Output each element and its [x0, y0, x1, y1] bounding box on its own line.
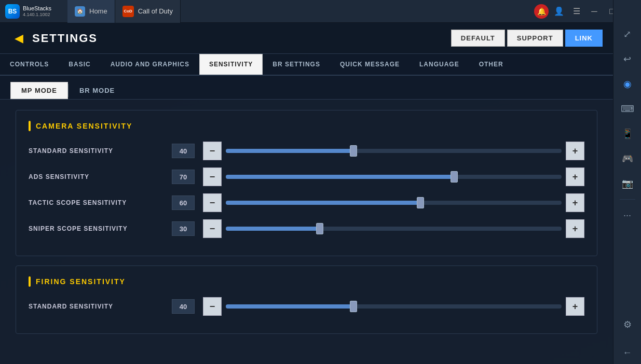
firing-sensitivity-section: FIRING SENSITIVITY STANDARD SENSITIVITY …: [16, 265, 597, 334]
firing-standard-sensitivity-plus[interactable]: +: [566, 297, 584, 316]
standard-sensitivity-value: 40: [172, 144, 195, 158]
sniper-scope-sensitivity-thumb[interactable]: [316, 223, 323, 234]
tactic-scope-sensitivity-value: 60: [172, 195, 195, 210]
more-icon[interactable]: ···: [617, 205, 638, 226]
sniper-scope-sensitivity-plus[interactable]: +: [566, 219, 584, 238]
tabs-bar: CONTROLS BASIC AUDIO AND GRAPHICS SENSIT…: [0, 54, 613, 76]
settings-actions: DEFAULT SUPPORT LINK: [451, 30, 603, 47]
firing-standard-sensitivity-minus[interactable]: −: [203, 297, 222, 316]
firing-title-text: FIRING SENSITIVITY: [36, 277, 126, 286]
sniper-scope-sensitivity-row: SNIPER SCOPE SENSITIVITY 30 − +: [29, 219, 584, 238]
firing-standard-sensitivity-row: STANDARD SENSITIVITY 40 − +: [29, 297, 584, 316]
tab-cod[interactable]: CoD Call of Duty: [115, 0, 181, 23]
sniper-scope-sensitivity-fill: [226, 227, 320, 231]
account-button[interactable]: 👤: [552, 4, 566, 19]
standard-sensitivity-track[interactable]: [226, 149, 562, 153]
bluestacks-version: 4.140.1.1002: [23, 12, 51, 17]
tab-mp-mode[interactable]: MP MODE: [10, 82, 68, 99]
camera-icon[interactable]: 📷: [617, 173, 638, 194]
content-area[interactable]: CAMERA SENSITIVITY STANDARD SENSITIVITY …: [0, 100, 613, 364]
back-arrow-icon[interactable]: ←: [617, 342, 638, 363]
titlebar: BS BlueStacks 4.140.1.1002 🏠 Home CoD Ca…: [0, 0, 641, 23]
firing-standard-sensitivity-value: 40: [172, 299, 195, 314]
sidebar-divider: [620, 199, 635, 200]
phone-icon[interactable]: 📱: [617, 123, 638, 144]
ads-sensitivity-minus[interactable]: −: [203, 167, 222, 186]
standard-sensitivity-controls: − +: [203, 142, 584, 160]
ads-sensitivity-controls: − +: [203, 167, 584, 186]
tactic-scope-sensitivity-plus[interactable]: +: [566, 193, 584, 212]
bluestacks-icon: BS: [5, 4, 20, 19]
standard-sensitivity-thumb[interactable]: [350, 145, 357, 157]
tab-quick-message[interactable]: QUICK MESSAGE: [330, 54, 410, 75]
ads-sensitivity-track[interactable]: [226, 175, 562, 179]
home-tab-label: Home: [89, 7, 107, 15]
tab-other[interactable]: OTHER: [469, 54, 513, 75]
sniper-scope-sensitivity-controls: − +: [203, 219, 584, 238]
settings-header: ◀ SETTINGS DEFAULT SUPPORT LINK: [0, 23, 613, 54]
ads-sensitivity-thumb[interactable]: [451, 171, 458, 183]
tactic-scope-sensitivity-thumb[interactable]: [417, 197, 424, 208]
tactic-scope-sensitivity-fill: [226, 201, 420, 205]
minimize-button[interactable]: ─: [587, 4, 602, 19]
keyboard-icon[interactable]: ⌨: [617, 99, 638, 119]
sniper-scope-sensitivity-track[interactable]: [226, 227, 562, 231]
menu-button[interactable]: ☰: [569, 4, 584, 19]
tab-basic[interactable]: BASIC: [59, 54, 100, 75]
standard-sensitivity-plus[interactable]: +: [566, 142, 584, 160]
camera-title-bar: [29, 121, 31, 131]
sniper-scope-sensitivity-label: SNIPER SCOPE SENSITIVITY: [29, 225, 163, 232]
tab-br-mode[interactable]: BR MODE: [69, 82, 126, 99]
camera-sensitivity-section: CAMERA SENSITIVITY STANDARD SENSITIVITY …: [16, 110, 597, 256]
sniper-scope-sensitivity-minus[interactable]: −: [203, 219, 222, 238]
rotate-icon[interactable]: ↩: [617, 49, 638, 69]
settings-back-button[interactable]: ◀: [10, 30, 27, 47]
sniper-scope-sensitivity-value: 30: [172, 221, 195, 236]
firing-standard-sensitivity-track[interactable]: [226, 304, 562, 309]
standard-sensitivity-label: STANDARD SENSITIVITY: [29, 147, 163, 155]
tab-controls[interactable]: CONTROLS: [0, 54, 59, 75]
firing-standard-sensitivity-thumb[interactable]: [350, 301, 357, 312]
tactic-scope-sensitivity-minus[interactable]: −: [203, 193, 222, 212]
gamepad-icon[interactable]: 🎮: [617, 148, 638, 169]
firing-title-bar: [29, 276, 31, 287]
standard-sensitivity-fill: [226, 149, 353, 153]
home-tab-icon: 🏠: [75, 6, 85, 17]
tactic-scope-sensitivity-label: TACTIC SCOPE SENSITIVITY: [29, 199, 163, 206]
camera-section-title: CAMERA SENSITIVITY: [29, 121, 584, 131]
ads-sensitivity-fill: [226, 175, 454, 179]
eye-icon[interactable]: ◉: [617, 74, 638, 94]
tab-sensitivity[interactable]: SENSITIVITY: [199, 54, 263, 75]
bluestacks-name: BlueStacks: [23, 5, 51, 12]
right-sidebar: ⤢ ↩ ◉ ⌨ 📱 🎮 📷 ··· ⚙ ←: [613, 0, 641, 364]
notification-button[interactable]: 🔔: [534, 4, 549, 19]
ads-sensitivity-row: ADS SENSITIVITY 70 − +: [29, 167, 584, 186]
tab-home[interactable]: 🏠 Home: [67, 0, 115, 23]
support-button[interactable]: SUPPORT: [507, 30, 563, 47]
cod-tab-label: Call of Duty: [138, 7, 173, 15]
settings-title: SETTINGS: [32, 32, 98, 45]
standard-sensitivity-minus[interactable]: −: [203, 142, 222, 160]
camera-title-text: CAMERA SENSITIVITY: [36, 122, 132, 130]
ads-sensitivity-label: ADS SENSITIVITY: [29, 173, 163, 180]
link-button[interactable]: LINK: [565, 30, 603, 47]
settings-panel: ◀ SETTINGS DEFAULT SUPPORT LINK CONTROLS…: [0, 23, 613, 364]
firing-standard-sensitivity-label: STANDARD SENSITIVITY: [29, 303, 163, 310]
gear-icon[interactable]: ⚙: [617, 314, 638, 335]
ads-sensitivity-plus[interactable]: +: [566, 167, 584, 186]
bluestacks-logo: BS BlueStacks 4.140.1.1002: [0, 4, 67, 19]
tactic-scope-sensitivity-controls: − +: [203, 193, 584, 212]
tab-language[interactable]: LANGUAGE: [410, 54, 469, 75]
cod-tab-icon: CoD: [122, 6, 134, 17]
tab-audio-graphics[interactable]: AUDIO AND GRAPHICS: [101, 54, 199, 75]
default-button[interactable]: DEFAULT: [451, 30, 505, 47]
firing-standard-sensitivity-fill: [226, 304, 353, 309]
firing-section-title: FIRING SENSITIVITY: [29, 276, 584, 287]
ads-sensitivity-value: 70: [172, 170, 195, 184]
standard-sensitivity-row: STANDARD SENSITIVITY 40 − +: [29, 142, 584, 160]
tactic-scope-sensitivity-row: TACTIC SCOPE SENSITIVITY 60 − +: [29, 193, 584, 212]
expand-icon[interactable]: ⤢: [617, 24, 638, 45]
tab-br-settings[interactable]: BR SETTINGS: [263, 54, 330, 75]
firing-standard-sensitivity-controls: − +: [203, 297, 584, 316]
tactic-scope-sensitivity-track[interactable]: [226, 201, 562, 205]
